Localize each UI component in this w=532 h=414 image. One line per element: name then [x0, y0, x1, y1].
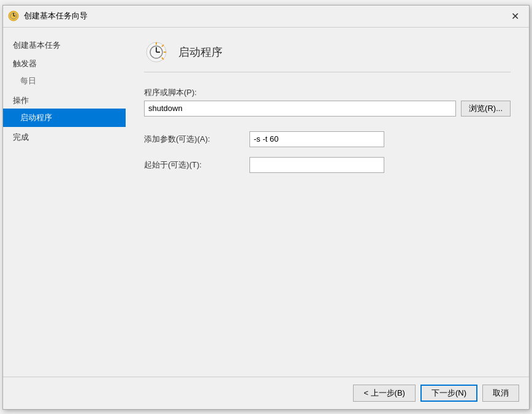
back-button[interactable]: < 上一步(B): [353, 385, 416, 402]
main-window: 创建基本任务向导 ✕ 创建基本任务 触发器 每日 操作 启动程序 完成: [2, 5, 530, 410]
window-title: 创建基本任务向导: [24, 10, 88, 21]
args-label: 添加参数(可选)(A):: [144, 134, 242, 145]
footer: < 上一步(B) 下一步(N) 取消: [3, 377, 529, 409]
sidebar-item-finish[interactable]: 完成: [3, 127, 126, 145]
start-label: 起始于(可选)(T):: [144, 159, 242, 171]
sidebar: 创建基本任务 触发器 每日 操作 启动程序 完成: [3, 28, 126, 377]
main-content: 启动程序 程序或脚本(P): 浏览(R)... 添加参数(可选)(A):: [126, 28, 529, 377]
close-button[interactable]: ✕: [506, 8, 524, 24]
header-section: 启动程序: [144, 40, 511, 72]
content-area: 创建基本任务 触发器 每日 操作 启动程序 完成: [3, 28, 529, 377]
next-button[interactable]: 下一步(N): [420, 385, 477, 402]
sidebar-item-action[interactable]: 操作: [3, 90, 126, 109]
title-bar-left: 创建基本任务向导: [8, 10, 88, 21]
args-input[interactable]: [249, 131, 384, 147]
sidebar-item-trigger[interactable]: 触发器: [3, 53, 126, 72]
start-input[interactable]: [249, 157, 384, 173]
header-title: 启动程序: [178, 45, 222, 59]
sidebar-item-every-day[interactable]: 每日: [3, 72, 126, 90]
sidebar-item-create-task[interactable]: 创建基本任务: [3, 35, 126, 53]
cancel-button[interactable]: 取消: [482, 385, 519, 402]
program-field-group: 程序或脚本(P): 浏览(R)...: [144, 87, 511, 117]
title-bar: 创建基本任务向导 ✕: [3, 6, 529, 28]
browse-button[interactable]: 浏览(R)...: [461, 101, 511, 117]
sidebar-item-start-program[interactable]: 启动程序: [3, 109, 126, 127]
args-field-row: 添加参数(可选)(A):: [144, 131, 511, 147]
program-input[interactable]: [144, 101, 456, 117]
program-icon: [144, 40, 169, 64]
window-icon: [8, 10, 19, 21]
start-field-row: 起始于(可选)(T):: [144, 157, 511, 173]
form-section: 程序或脚本(P): 浏览(R)... 添加参数(可选)(A): 起始于(可选)(…: [144, 87, 511, 173]
program-label: 程序或脚本(P):: [144, 87, 511, 98]
program-input-group: 浏览(R)...: [144, 101, 511, 117]
